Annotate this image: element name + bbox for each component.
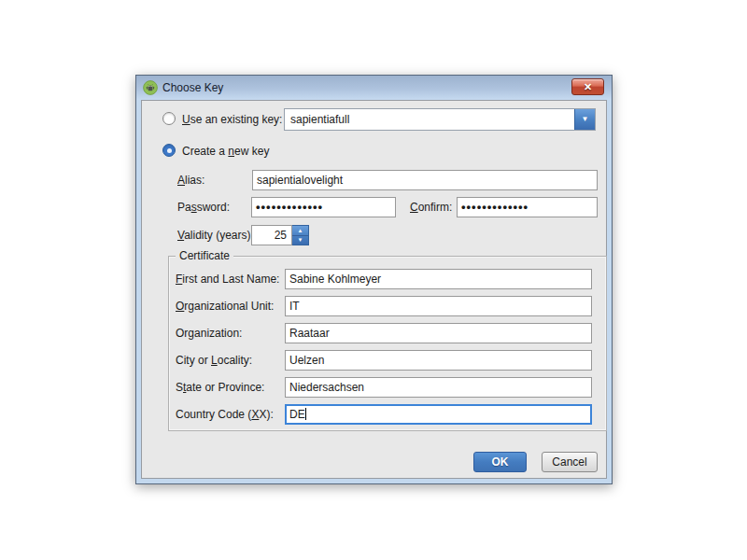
radio-use-existing-key[interactable] [162,112,176,125]
dialog-body: Use an existing key: sapientiafull ▼ Cre… [141,100,607,479]
city-locality-label: City or Locality: [176,353,252,368]
choose-key-dialog: Choose Key ✕ Use an existing key: sapien… [135,75,613,484]
country-code-input[interactable]: DE [285,404,592,425]
text-caret [305,408,306,420]
validity-spinner-input[interactable]: 25 [251,225,292,245]
spinner-down-button[interactable]: ▼ [292,235,308,245]
title-bar[interactable]: Choose Key ✕ [136,76,612,100]
dialog-title: Choose Key [162,76,223,100]
existing-key-combobox[interactable]: sapientiafull ▼ [284,108,596,131]
alias-input[interactable]: sapientialovelight [252,170,598,190]
organization-label: Organization: [176,326,242,341]
ok-button[interactable]: OK [473,452,527,472]
password-input[interactable]: ••••••••••••• [251,197,396,217]
confirm-password-input[interactable]: ••••••••••••• [457,197,598,217]
use-existing-key-label: Use an existing key: [182,112,282,127]
city-locality-input[interactable]: Uelzen [285,350,592,371]
arrow-down-icon: ▼ [298,237,303,243]
close-icon: ✕ [584,81,592,92]
arrow-up-icon: ▲ [298,228,303,233]
first-last-name-input[interactable]: Sabine Kohlmeyer [285,269,592,289]
existing-key-value: sapientiafull [290,109,349,130]
organization-input[interactable]: Raataar [285,323,592,343]
combobox-dropdown-button[interactable]: ▼ [574,109,595,130]
first-last-name-label: First and Last Name: [176,272,279,287]
close-button[interactable]: ✕ [571,78,604,95]
android-icon [143,80,158,95]
organizational-unit-input[interactable]: IT [285,296,592,316]
state-province-label: State or Province: [176,380,264,395]
create-new-key-label: Create a new key [182,144,269,159]
certificate-legend: Certificate [176,248,233,263]
country-code-label: Country Code (XX): [176,407,274,422]
validity-label: Validity (years): [177,228,254,243]
radio-create-new-key[interactable] [162,144,176,157]
organizational-unit-label: Organizational Unit: [176,299,274,314]
password-label: Password: [177,200,230,215]
state-province-input[interactable]: Niedersachsen [285,377,592,398]
cancel-button[interactable]: Cancel [542,452,598,472]
confirm-label: Confirm: [410,200,452,215]
chevron-down-icon: ▼ [582,115,589,123]
spinner-up-button[interactable]: ▲ [292,226,308,235]
alias-label: Alias: [177,173,204,188]
validity-spinner-buttons: ▲ ▼ [292,225,309,245]
